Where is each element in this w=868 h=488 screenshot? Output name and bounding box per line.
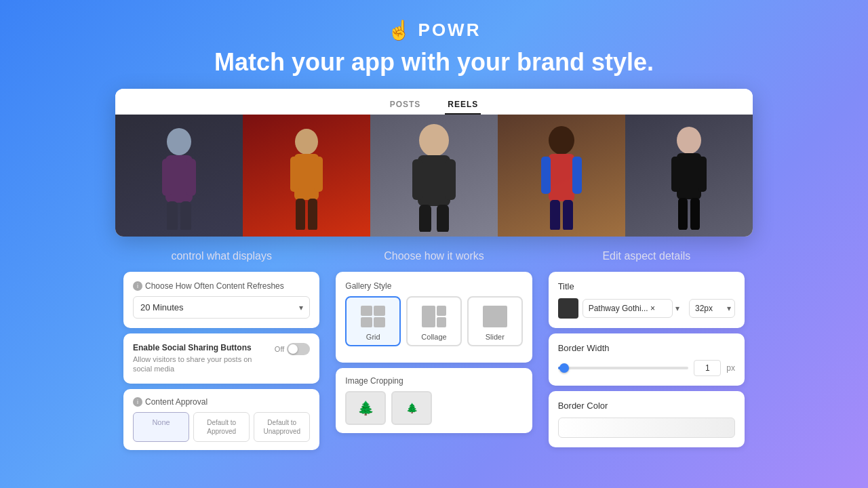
preview-image-3 [370, 115, 498, 237]
gallery-style-collage[interactable]: Collage [406, 296, 462, 346]
refresh-info-icon: i [133, 281, 142, 291]
slider-label: Slider [471, 333, 519, 341]
preview-image-4 [498, 115, 625, 237]
border-color-label: Border Color [558, 401, 735, 411]
preview-image-5 [625, 115, 753, 237]
crop-tree-icon-1: 🌲 [357, 400, 374, 416]
title-card: Title Pathway Gothi... × ▾ 32px 16px 24p… [549, 272, 745, 328]
grid-label: Grid [349, 333, 397, 341]
toggle-track [287, 343, 310, 355]
approval-btn-unapproved[interactable]: Default toUnapproved [254, 412, 310, 442]
grid-style-icon [357, 303, 389, 330]
right-section-title: Edit aspect details [549, 250, 745, 262]
sharing-text: Enable Social Sharing Buttons Allow visi… [133, 343, 255, 374]
svg-rect-20 [541, 157, 551, 194]
middle-section-title: Choose how it works [336, 250, 532, 262]
approval-buttons: None Default toApproved Default toUnappr… [133, 412, 310, 442]
sharing-card: Enable Social Sharing Buttons Allow visi… [123, 333, 319, 384]
sharing-label: Enable Social Sharing Buttons [133, 343, 255, 352]
gallery-style-options: Grid Collage Sli [345, 296, 522, 346]
svg-rect-22 [550, 200, 560, 230]
collage-style-icon [418, 303, 450, 330]
crop-option-1[interactable]: 🌲 [345, 391, 386, 425]
refresh-select-wrapper: 20 Minutes 5 Minutes 10 Minutes 30 Minut… [133, 296, 310, 319]
range-thumb [559, 363, 569, 373]
gallery-style-card: Gallery Style Grid [336, 272, 532, 363]
tab-reels[interactable]: REELS [445, 96, 481, 115]
svg-point-18 [549, 126, 574, 155]
border-width-slider[interactable] [558, 367, 689, 369]
svg-point-6 [295, 129, 318, 155]
collage-label: Collage [410, 333, 458, 341]
crop-option-2[interactable]: 🌲 [391, 391, 432, 425]
refresh-select[interactable]: 20 Minutes 5 Minutes 10 Minutes 30 Minut… [133, 296, 310, 319]
approval-btn-approved[interactable]: Default toApproved [193, 412, 250, 442]
logo-text: POWR [418, 20, 481, 41]
svg-rect-27 [698, 157, 707, 192]
svg-rect-19 [549, 154, 574, 201]
border-color-preview[interactable] [558, 418, 735, 438]
font-row: Pathway Gothi... × ▾ 32px 16px 24px 48px… [558, 298, 735, 319]
border-unit: px [726, 363, 735, 373]
font-family-select[interactable]: Pathway Gothi... × [583, 299, 673, 318]
logo-row: ☝ POWR [387, 19, 481, 41]
sharing-sub: Allow visitors to share your posts on so… [133, 354, 255, 374]
svg-rect-14 [412, 159, 423, 200]
middle-section: Choose how it works Gallery Style Grid [328, 250, 540, 450]
svg-rect-10 [296, 199, 305, 230]
preview-images [115, 115, 753, 237]
approval-section: i Content Approval None Default toApprov… [123, 389, 319, 450]
controls-area: control what displays i Choose How Often… [115, 250, 753, 450]
svg-rect-25 [677, 153, 701, 199]
toggle-thumb [288, 344, 298, 354]
sharing-toggle[interactable]: Off [275, 343, 310, 355]
preview-card: POSTS REELS [115, 89, 753, 237]
preview-image-1 [115, 115, 243, 237]
preview-tabs: POSTS REELS [115, 89, 753, 115]
svg-point-24 [677, 127, 701, 154]
svg-rect-26 [671, 157, 680, 192]
cropping-section: Image Cropping 🌲 🌲 [336, 368, 532, 433]
svg-rect-15 [445, 159, 456, 200]
gallery-style-slider[interactable]: Slider [467, 296, 523, 346]
svg-rect-16 [419, 205, 431, 232]
tab-posts[interactable]: POSTS [387, 96, 424, 115]
svg-rect-8 [290, 157, 299, 192]
svg-rect-21 [572, 157, 582, 194]
svg-rect-23 [563, 200, 573, 230]
border-width-label: Border Width [558, 343, 735, 353]
border-value-input[interactable] [694, 360, 721, 376]
powr-logo-icon: ☝ [387, 19, 413, 41]
right-section: Edit aspect details Title Pathway Gothi.… [540, 250, 753, 450]
toggle-off-label: Off [275, 345, 284, 353]
slider-style-icon [479, 303, 511, 330]
approval-label: i Content Approval [133, 397, 310, 407]
svg-rect-3 [186, 159, 196, 196]
sharing-toggle-row: Enable Social Sharing Buttons Allow visi… [133, 343, 310, 374]
border-color-card: Border Color [549, 391, 745, 447]
font-size-wrapper: 32px 16px 24px 48px ▾ [689, 299, 735, 318]
svg-point-12 [419, 124, 449, 157]
font-family-wrapper: Pathway Gothi... × ▾ [583, 299, 685, 318]
svg-rect-28 [678, 198, 688, 230]
font-color-swatch[interactable] [558, 298, 578, 319]
title-label: Title [558, 281, 735, 291]
svg-rect-29 [690, 198, 700, 230]
svg-rect-5 [180, 201, 191, 230]
refresh-label: i Choose How Often Content Refreshes [133, 281, 310, 291]
tagline: Match your app with your brand style. [214, 48, 654, 77]
approval-btn-none[interactable]: None [133, 412, 189, 442]
svg-rect-17 [437, 205, 449, 232]
cropping-label: Image Cropping [345, 376, 522, 386]
font-family-arrow: ▾ [675, 304, 679, 313]
gallery-style-grid[interactable]: Grid [345, 296, 401, 346]
left-section: control what displays i Choose How Often… [115, 250, 328, 450]
left-section-title: control what displays [123, 250, 319, 262]
font-size-select[interactable]: 32px 16px 24px 48px [689, 299, 735, 318]
refresh-card: i Choose How Often Content Refreshes 20 … [123, 272, 319, 328]
crop-tree-icon-2: 🌲 [406, 403, 418, 413]
approval-info-icon: i [133, 397, 142, 407]
header: ☝ POWR Match your app with your brand st… [214, 0, 654, 89]
svg-rect-9 [314, 157, 323, 192]
svg-rect-4 [167, 201, 178, 230]
